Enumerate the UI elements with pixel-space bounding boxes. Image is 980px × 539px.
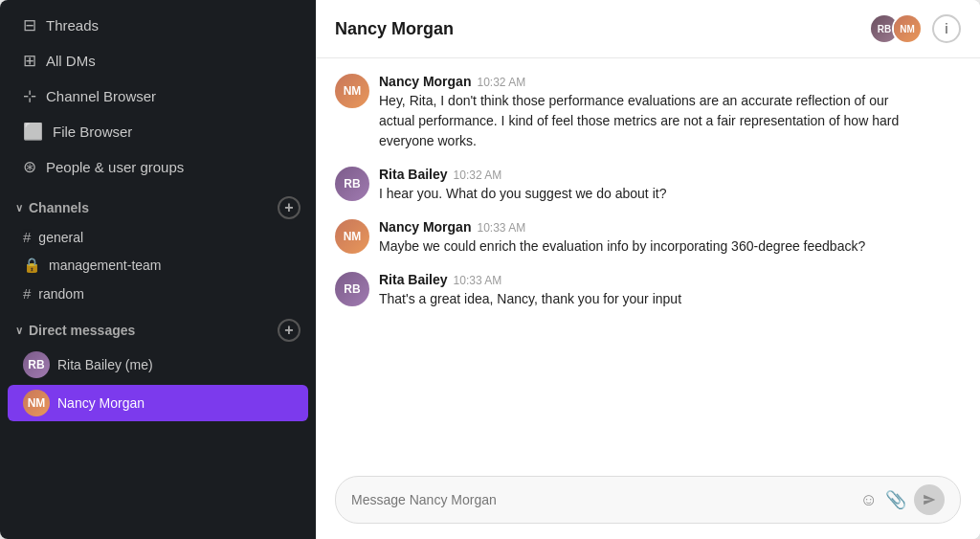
attachment-icon[interactable]: 📎: [885, 489, 906, 510]
chevron-down-icon: ∨: [15, 202, 23, 214]
message-row: RB Rita Bailey 10:32 AM I hear you. What…: [335, 167, 961, 204]
sidebar-item-label: Channel Browser: [46, 88, 156, 104]
message-meta: Rita Bailey 10:32 AM: [379, 167, 666, 182]
chat-header: Nancy Morgan RB NM i: [316, 0, 980, 58]
message-time: 10:32 AM: [454, 168, 502, 182]
channel-label: random: [38, 286, 83, 302]
message-body: Rita Bailey 10:33 AM That's a great idea…: [379, 272, 681, 309]
avatar-nancy: NM: [23, 390, 50, 416]
dm-item-nancy-morgan[interactable]: NM Nancy Morgan: [8, 385, 308, 421]
add-dm-button[interactable]: +: [278, 319, 301, 342]
input-box: ☺ 📎: [335, 476, 961, 524]
dm-label: Rita Bailey (me): [57, 357, 153, 372]
message-row: NM Nancy Morgan 10:33 AM Maybe we could …: [335, 219, 961, 257]
add-channel-button[interactable]: +: [278, 196, 301, 219]
avatar: RB: [335, 272, 369, 306]
message-sender: Rita Bailey: [379, 272, 448, 287]
header-right: RB NM i: [869, 13, 961, 44]
message-time: 10:33 AM: [454, 274, 502, 287]
sidebar-item-people[interactable]: ⊛ People & user groups: [8, 150, 308, 184]
info-button[interactable]: i: [932, 14, 961, 43]
message-text: I hear you. What do you suggest we do ab…: [379, 184, 666, 204]
file-browser-icon: ⬜: [23, 122, 43, 142]
header-avatars: RB NM: [869, 13, 923, 44]
send-button[interactable]: [914, 484, 945, 515]
sidebar-item-channel-browser[interactable]: ⊹ Channel Browser: [8, 79, 308, 113]
header-avatar-nancy: NM: [892, 13, 923, 44]
app-container: ⊟ Threads ⊞ All DMs ⊹ Channel Browser ⬜ …: [0, 0, 980, 539]
alldms-icon: ⊞: [23, 51, 36, 71]
message-sender: Nancy Morgan: [379, 74, 471, 89]
message-sender: Nancy Morgan: [379, 219, 471, 235]
message-text: That's a great idea, Nancy, thank you fo…: [379, 289, 681, 309]
message-text: Maybe we could enrich the evaluation inf…: [379, 236, 865, 257]
sidebar-item-label: All DMs: [46, 53, 96, 69]
channel-browser-icon: ⊹: [23, 86, 36, 106]
lock-icon: 🔒: [23, 257, 41, 274]
sidebar-item-threads[interactable]: ⊟ Threads: [8, 9, 308, 42]
people-icon: ⊛: [23, 157, 36, 177]
message-text: Hey, Rita, I don't think those performan…: [379, 91, 915, 151]
sidebar-item-label: People & user groups: [46, 159, 184, 175]
main-content: Nancy Morgan RB NM i NM: [316, 0, 980, 539]
chat-title: Nancy Morgan: [335, 19, 454, 39]
channels-label: Channels: [29, 200, 89, 215]
dm-section-header[interactable]: ∨ Direct messages +: [0, 307, 316, 346]
message-body: Rita Bailey 10:32 AM I hear you. What do…: [379, 167, 666, 204]
channel-label: general: [38, 230, 83, 245]
hashtag-icon: #: [23, 285, 31, 302]
message-row: RB Rita Bailey 10:33 AM That's a great i…: [335, 272, 961, 309]
channels-section-header[interactable]: ∨ Channels +: [0, 185, 316, 223]
dm-label: Direct messages: [29, 323, 135, 338]
avatar: NM: [335, 74, 369, 108]
sidebar-item-all-dms[interactable]: ⊞ All DMs: [8, 44, 308, 78]
chevron-down-icon: ∨: [15, 325, 23, 337]
sidebar: ⊟ Threads ⊞ All DMs ⊹ Channel Browser ⬜ …: [0, 0, 316, 539]
message-body: Nancy Morgan 10:32 AM Hey, Rita, I don't…: [379, 74, 915, 151]
dm-label: Nancy Morgan: [57, 395, 145, 411]
input-area: ☺ 📎: [316, 464, 980, 539]
channel-item-general[interactable]: # general: [8, 224, 308, 250]
message-meta: Nancy Morgan 10:33 AM: [379, 219, 865, 235]
message-meta: Rita Bailey 10:33 AM: [379, 272, 681, 287]
info-icon: i: [945, 21, 948, 36]
threads-icon: ⊟: [23, 15, 36, 35]
emoji-icon[interactable]: ☺: [860, 490, 878, 510]
channel-item-random[interactable]: # random: [8, 281, 308, 306]
message-row: NM Nancy Morgan 10:32 AM Hey, Rita, I do…: [335, 74, 961, 151]
sidebar-item-label: File Browser: [53, 124, 132, 140]
sidebar-item-file-browser[interactable]: ⬜ File Browser: [8, 115, 308, 148]
channel-item-management-team[interactable]: 🔒 management-team: [8, 252, 308, 279]
hashtag-icon: #: [23, 229, 31, 245]
channel-label: management-team: [49, 258, 162, 273]
message-meta: Nancy Morgan 10:32 AM: [379, 74, 915, 89]
message-time: 10:32 AM: [477, 76, 525, 89]
avatar-face: NM: [894, 15, 921, 42]
dm-item-rita-bailey[interactable]: RB Rita Bailey (me): [8, 347, 308, 383]
avatar-rita: RB: [23, 351, 50, 378]
avatar: NM: [335, 219, 369, 254]
messages-area: NM Nancy Morgan 10:32 AM Hey, Rita, I do…: [316, 58, 980, 464]
sidebar-item-label: Threads: [46, 17, 99, 34]
message-sender: Rita Bailey: [379, 167, 448, 182]
message-body: Nancy Morgan 10:33 AM Maybe we could enr…: [379, 219, 865, 257]
message-time: 10:33 AM: [477, 221, 525, 235]
message-input[interactable]: [351, 492, 853, 507]
send-icon: [923, 493, 936, 506]
avatar: RB: [335, 167, 369, 201]
